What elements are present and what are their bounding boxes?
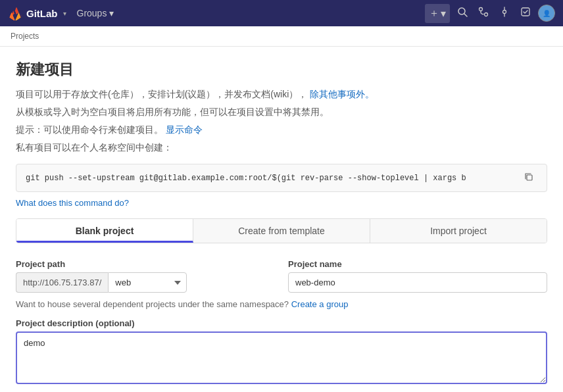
brand-chevron[interactable]: ▾: [63, 10, 66, 17]
page-title: 新建项目: [16, 60, 547, 80]
tab-template-label: Create from template: [238, 226, 325, 236]
svg-line-1: [464, 14, 467, 16]
plus-icon: ＋: [429, 7, 439, 20]
svg-rect-8: [527, 175, 532, 180]
desc1-link[interactable]: 除其他事项外。: [310, 89, 374, 99]
gitlab-logo: [8, 6, 22, 20]
search-button[interactable]: [454, 3, 471, 23]
tab-import-label: Import project: [430, 226, 487, 236]
svg-rect-7: [522, 8, 529, 16]
commits-icon: [499, 7, 510, 20]
todo-button[interactable]: [517, 3, 534, 23]
project-desc-textarea[interactable]: [16, 331, 547, 384]
project-desc-label: Project description (optional): [16, 318, 547, 328]
project-path-group: Project path http://106.75.173.87/ web r…: [16, 259, 275, 293]
commits-button[interactable]: [496, 3, 513, 23]
namespace-hint: Want to house several dependent projects…: [16, 299, 547, 309]
top-navbar: GitLab ▾ Groups ▾ ＋ ▾: [0, 0, 563, 26]
create-group-link[interactable]: Create a group: [291, 299, 349, 309]
project-name-group: Project name: [288, 259, 547, 293]
tab-blank-label: Blank project: [76, 226, 134, 236]
project-path-label: Project path: [16, 259, 275, 269]
groups-label: Groups: [77, 8, 107, 18]
path-input-row: http://106.75.173.87/ web root: [16, 272, 275, 293]
svg-point-3: [485, 13, 488, 16]
todo-icon: [520, 7, 531, 20]
breadcrumb-text: Projects: [11, 32, 39, 41]
desc1-text: 项目可以用于存放文件(仓库），安排计划(议题），并发布文档(wiki），: [16, 89, 307, 99]
new-item-button[interactable]: ＋ ▾: [425, 4, 450, 23]
search-icon: [457, 7, 468, 20]
user-avatar[interactable]: 👤: [538, 5, 555, 22]
merge-request-icon: [478, 7, 489, 20]
project-name-input[interactable]: [288, 272, 547, 293]
copy-button[interactable]: [520, 171, 537, 185]
nav-icons: ＋ ▾: [425, 3, 555, 23]
merge-requests-button[interactable]: [475, 3, 492, 23]
private-note: 私有项目可以在个人名称空间中创建：: [16, 141, 547, 155]
main-content: 新建项目 项目可以用于存放文件(仓库），安排计划(议题），并发布文档(wiki）…: [0, 47, 563, 392]
breadcrumb: Projects: [0, 26, 563, 47]
svg-point-4: [503, 11, 506, 14]
path-prefix: http://106.75.173.87/: [16, 272, 108, 293]
tab-import-project[interactable]: Import project: [370, 219, 547, 243]
show-command-link[interactable]: 显示命令: [166, 124, 203, 135]
help-link[interactable]: What does this command do?: [16, 198, 129, 208]
project-name-label: Project name: [288, 259, 547, 269]
namespace-hint-text: Want to house several dependent projects…: [16, 299, 289, 309]
project-desc-group: Project description (optional): [16, 318, 547, 386]
code-command: git push --set-upstream git@gitlab.examp…: [26, 174, 520, 183]
groups-chevron: ▾: [109, 8, 114, 18]
form-row-path-name: Project path http://106.75.173.87/ web r…: [16, 259, 547, 293]
tip-text: 提示：可以使用命令行来创建项目。 显示命令: [16, 123, 547, 137]
avatar-image: 👤: [543, 10, 551, 17]
tip-prefix: 提示：可以使用命令行来创建项目。: [16, 124, 163, 135]
plus-chevron: ▾: [441, 7, 446, 20]
brand[interactable]: GitLab: [8, 6, 58, 20]
path-select[interactable]: web root: [108, 272, 187, 293]
copy-icon: [524, 173, 533, 184]
desc1: 项目可以用于存放文件(仓库），安排计划(议题），并发布文档(wiki）， 除其他…: [16, 87, 547, 101]
desc2: 从模板或导入时为空白项目将启用所有功能，但可以在项目设置中将其禁用。: [16, 105, 547, 119]
code-block: git push --set-upstream git@gitlab.examp…: [16, 164, 547, 192]
project-type-tabs: Blank project Create from template Impor…: [16, 218, 547, 243]
svg-point-2: [479, 8, 483, 11]
groups-menu[interactable]: Groups ▾: [72, 5, 120, 21]
brand-name: GitLab: [26, 8, 58, 19]
tab-blank-project[interactable]: Blank project: [16, 219, 193, 243]
tab-create-from-template[interactable]: Create from template: [193, 219, 370, 243]
